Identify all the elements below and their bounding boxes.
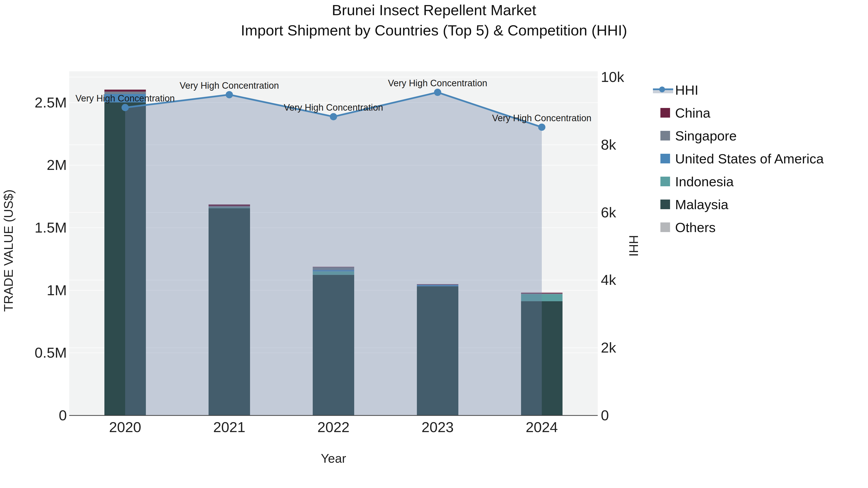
legend-swatch: [651, 101, 675, 124]
y-right-tick-6k: 6k: [601, 205, 616, 220]
legend-color-swatch: [660, 177, 670, 186]
legend-label: Indonesia: [675, 174, 734, 189]
chart-title-line1: Brunei Insect Repellent Market: [0, 0, 868, 20]
hhi-marker-2020[interactable]: [122, 104, 129, 111]
chart-title-line2: Import Shipment by Countries (Top 5) & C…: [0, 20, 868, 40]
y-right-tick-10k: 10k: [601, 70, 624, 85]
legend-label: HHI: [675, 82, 698, 98]
legend-label: Malaysia: [675, 197, 728, 212]
chart-plot-area: [0, 0, 868, 488]
annotation-2022: Very High Concentration: [225, 102, 442, 112]
x-axis-title: Year: [285, 451, 382, 465]
legend-color-swatch: [660, 131, 670, 140]
chart-title: Brunei Insect Repellent Market Import Sh…: [0, 0, 868, 40]
legend-label: Others: [675, 220, 716, 235]
legend-item-indonesia[interactable]: Indonesia: [651, 170, 863, 193]
legend-item-hhi[interactable]: HHI: [651, 78, 863, 101]
legend-item-singapore[interactable]: Singapore: [651, 124, 863, 147]
y-right-tick-2k: 2k: [601, 340, 616, 355]
x-tick-2022: 2022: [297, 420, 370, 435]
legend-color-swatch: [660, 108, 670, 118]
legend-item-united-states-of-america[interactable]: United States of America: [651, 147, 863, 170]
legend-swatch: [651, 193, 675, 216]
hhi-area-fill: [125, 92, 542, 416]
x-tick-2021: 2021: [193, 420, 266, 435]
hhi-marker-2023[interactable]: [434, 89, 441, 96]
legend-label: Singapore: [675, 128, 737, 143]
y-axis-title-right: HHI: [626, 235, 641, 257]
x-tick-2023: 2023: [401, 420, 474, 435]
legend-color-swatch: [660, 199, 670, 209]
y-left-tick-0: 0: [0, 408, 67, 423]
legend-swatch: [651, 124, 675, 147]
annotation-2020: Very High Concentration: [17, 93, 234, 103]
y-right-tick-4k: 4k: [601, 272, 616, 288]
x-tick-2020: 2020: [89, 420, 161, 435]
y-left-tick-2M: 2M: [0, 158, 67, 172]
y-left-tick-1M: 1M: [0, 283, 67, 298]
annotation-2021: Very High Concentration: [121, 80, 338, 91]
legend-label: China: [675, 105, 710, 121]
x-tick-2024: 2024: [506, 420, 578, 435]
hhi-marker-2022[interactable]: [330, 113, 337, 120]
y-left-tick-1.5M: 1.5M: [0, 220, 67, 235]
annotation-2023: Very High Concentration: [329, 78, 546, 88]
y-right-tick-8k: 8k: [601, 137, 616, 152]
hhi-marker-2024[interactable]: [538, 124, 546, 131]
legend-item-malaysia[interactable]: Malaysia: [651, 193, 863, 216]
legend-marker-dot: [659, 87, 665, 92]
legend-color-swatch: [660, 154, 670, 163]
annotation-2024: Very High Concentration: [433, 113, 650, 123]
legend-item-others[interactable]: Others: [651, 216, 863, 239]
legend-swatch: [651, 170, 675, 193]
legend-line-sample: [651, 78, 675, 101]
legend-swatch: [651, 216, 675, 239]
y-left-tick-0.5M: 0.5M: [0, 345, 67, 360]
legend-item-china[interactable]: China: [651, 101, 863, 124]
legend-swatch: [651, 147, 675, 170]
legend-color-swatch: [660, 222, 670, 232]
y-right-tick-0: 0: [601, 408, 609, 423]
legend-label: United States of America: [675, 151, 824, 166]
